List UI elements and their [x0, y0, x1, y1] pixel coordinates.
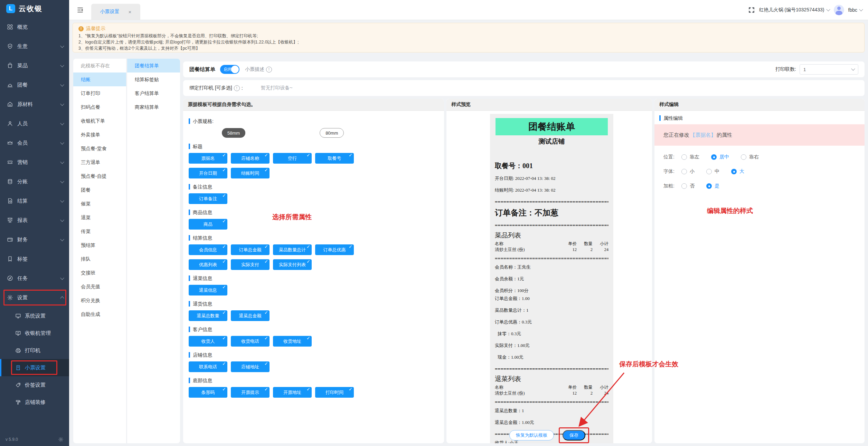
attr-button-receiver[interactable]: 收货人✓ — [189, 336, 227, 347]
attr-button-dish-count-total[interactable]: 菜品数量总计✓ — [273, 244, 312, 255]
sidebar-item-group-meal[interactable]: 团餐 — [0, 75, 69, 95]
tab-close-icon[interactable]: × — [129, 9, 132, 15]
list-item-pre-settlement[interactable]: 预结算 — [73, 238, 126, 252]
sidebar-item-settlement[interactable]: 结算 — [0, 191, 69, 211]
collapse-menu-icon[interactable] — [77, 7, 84, 13]
reset-template-button[interactable]: 恢复为默认模板 — [509, 430, 554, 440]
list-item-points-exchange[interactable]: 积分兑换 — [73, 293, 126, 307]
sidebar-item-marketing[interactable]: 营销 — [0, 153, 69, 172]
sidebar-item-labels[interactable]: 标签 — [0, 249, 69, 269]
user-menu[interactable]: fbbc — [848, 7, 862, 13]
radio-option-align-right[interactable]: 靠右 — [741, 154, 759, 160]
list-item-preorder-dinein[interactable]: 预点餐-堂食 — [73, 142, 126, 155]
radio-option-bold-yes[interactable]: 是 — [706, 183, 719, 189]
print-copies-select[interactable]: 1 — [800, 64, 858, 75]
list-item-settle-label-sticker[interactable]: 结算标签贴 — [127, 72, 180, 86]
attr-button-actual-pay-list[interactable]: 实际支付列表✓ — [273, 259, 312, 270]
attr-button-order-discount-total[interactable]: 订单总优惠✓ — [315, 244, 354, 255]
list-item-preorder-pickup[interactable]: 预点餐-自提 — [73, 169, 126, 183]
attr-button-store-address[interactable]: 店铺地址✓ — [231, 361, 270, 372]
sidebar-item-label: 团餐 — [17, 82, 61, 88]
sidebar-item-finance[interactable]: 财务 — [0, 230, 69, 249]
attr-button-receiver-address[interactable]: 收货地址✓ — [273, 336, 312, 347]
radio-option-font-small[interactable]: 小 — [681, 168, 695, 175]
list-item-thirdparty-refund[interactable]: 三方退单 — [73, 155, 126, 169]
sidebar-item-settings[interactable]: 设置 — [0, 288, 69, 307]
enable-toggle[interactable]: 启用 — [220, 65, 239, 74]
attr-button-receiver-phone[interactable]: 收货电话✓ — [231, 336, 270, 347]
attr-button-order-remark[interactable]: 订单备注✓ — [189, 193, 227, 204]
list-item-customer-settle-bill[interactable]: 客户结算单 — [127, 86, 180, 100]
receipt-desc-label[interactable]: 小票描述 — [245, 66, 264, 72]
sidebar-item-reports[interactable]: 报表 — [0, 211, 69, 230]
radio-option-font-medium[interactable]: 中 — [706, 168, 719, 175]
bind-printer-row: 绑定打印机 [可多选] : 暂无打印设备~ — [183, 80, 865, 96]
sidebar-item-label: 会员 — [17, 140, 61, 146]
board-chart-icon — [7, 217, 13, 223]
list-item-order-print[interactable]: 订单打印 — [73, 86, 126, 100]
attr-button-invoice-tip[interactable]: 开票提示✓ — [231, 387, 270, 398]
sidebar-item-dishes[interactable]: 菜品 — [0, 56, 69, 75]
list-item-return-dish[interactable]: 退菜 — [73, 211, 126, 224]
list-item-merchant-settle-bill[interactable]: 商家结算单 — [127, 100, 180, 114]
attr-button-invoice-address[interactable]: 开票地址✓ — [273, 387, 312, 398]
attr-button-actual-pay[interactable]: 实际支付✓ — [231, 259, 270, 270]
attr-button-return-dish-info[interactable]: 退菜信息✓ — [189, 285, 227, 295]
sidebar-item-tasks[interactable]: 任务 — [0, 269, 69, 288]
attr-button-open-date[interactable]: 开台日期✓ — [189, 168, 227, 178]
list-item-member-recharge[interactable]: 会员充值 — [73, 280, 126, 293]
sidebar-subitem-shop-decoration[interactable]: 店铺装修 — [0, 394, 69, 411]
radio-option-align-left[interactable]: 靠左 — [681, 154, 699, 160]
list-item-serve-dish[interactable]: 传菜 — [73, 224, 126, 238]
attr-button-checkout-time[interactable]: 结账时间✓ — [231, 168, 270, 178]
attr-button-print-time[interactable]: 打印时间✓ — [315, 387, 354, 398]
attr-button-pickup-number[interactable]: 取餐号✓ — [315, 153, 354, 164]
list-item-checkout[interactable]: 结账 — [73, 72, 126, 86]
sidebar-item-members[interactable]: 会员 — [0, 133, 69, 153]
radio-option-align-center[interactable]: 居中 — [711, 154, 729, 160]
list-item-group-settle-bill[interactable]: 团餐结算单 — [127, 59, 180, 72]
sidebar-subitem-price-tag-settings[interactable]: 价签设置 — [0, 376, 69, 394]
attr-button-member-info[interactable]: 会员信息✓ — [189, 244, 227, 255]
list-item-scan-order[interactable]: 扫码点餐 — [73, 100, 126, 114]
radio-option-bold-no[interactable]: 否 — [681, 183, 695, 189]
save-button[interactable]: 保存 — [563, 430, 585, 440]
gear-icon[interactable] — [58, 437, 64, 442]
list-item-shift-handover[interactable]: 交接班 — [73, 266, 126, 280]
spec-pill-80mm[interactable]: 80mm — [320, 128, 344, 138]
attr-button-discount-list[interactable]: 优惠列表✓ — [189, 259, 227, 270]
attr-button-return-total-qty[interactable]: 退菜总数量✓ — [189, 310, 227, 321]
list-item-auto-generate[interactable]: 自助生成 — [73, 307, 126, 321]
tab-receipt-settings[interactable]: 小票设置 × — [91, 4, 140, 20]
attr-button-return-total-amount[interactable]: 退菜总金额✓ — [231, 310, 270, 321]
radio-option-font-large[interactable]: 大 — [731, 168, 744, 175]
store-switcher[interactable]: 红艳儿火锅 (编号1032574433) — [759, 7, 829, 13]
attr-button-product[interactable]: 商品✓ — [189, 219, 227, 230]
attr-button-order-total[interactable]: 订单总金额✓ — [231, 244, 270, 255]
receipt-line: 会员名称：王先生 — [495, 264, 608, 270]
list-item-takeout-accept[interactable]: 外卖接单 — [73, 128, 126, 142]
list-item-template-missing[interactable]: 此模板不存在 — [73, 59, 126, 72]
sidebar-item-staff[interactable]: 人员 — [0, 114, 69, 133]
fullscreen-icon[interactable] — [748, 7, 755, 13]
attr-button-barcode[interactable]: 条形码✓ — [189, 387, 227, 398]
attr-button-receipt-name[interactable]: 票据名✓ — [189, 153, 227, 164]
list-item-queue[interactable]: 排队 — [73, 252, 126, 266]
sidebar-item-split-account[interactable]: 分账 — [0, 172, 69, 191]
sidebar-item-overview[interactable]: 概览 — [0, 17, 69, 37]
list-item-cashier-order[interactable]: 收银机下单 — [73, 114, 126, 128]
avatar[interactable] — [834, 5, 844, 15]
sidebar-subitem-receipt-settings[interactable]: 小票设置 — [0, 359, 69, 376]
list-item-group-meal[interactable]: 团餐 — [73, 183, 126, 197]
sidebar-subitem-system-settings[interactable]: 系统设置 — [0, 307, 69, 324]
list-item-urge-dish[interactable]: 催菜 — [73, 197, 126, 211]
spec-pill-58mm[interactable]: 58mm — [222, 128, 245, 138]
sidebar-item-business[interactable]: 生意 — [0, 37, 69, 56]
sidebar-subitem-cashier-manager[interactable]: 收银机管理 — [0, 324, 69, 342]
attr-button-contact-phone[interactable]: 联系电话✓ — [189, 361, 227, 372]
receipt-cell: 名称 — [495, 385, 561, 390]
attr-button-store-name[interactable]: 店铺名称✓ — [231, 153, 270, 164]
sidebar-subitem-printer[interactable]: 打印机 — [0, 342, 69, 359]
attr-button-blank-line[interactable]: 空行✓ — [273, 153, 312, 164]
sidebar-item-ingredients[interactable]: 原材料 — [0, 95, 69, 114]
